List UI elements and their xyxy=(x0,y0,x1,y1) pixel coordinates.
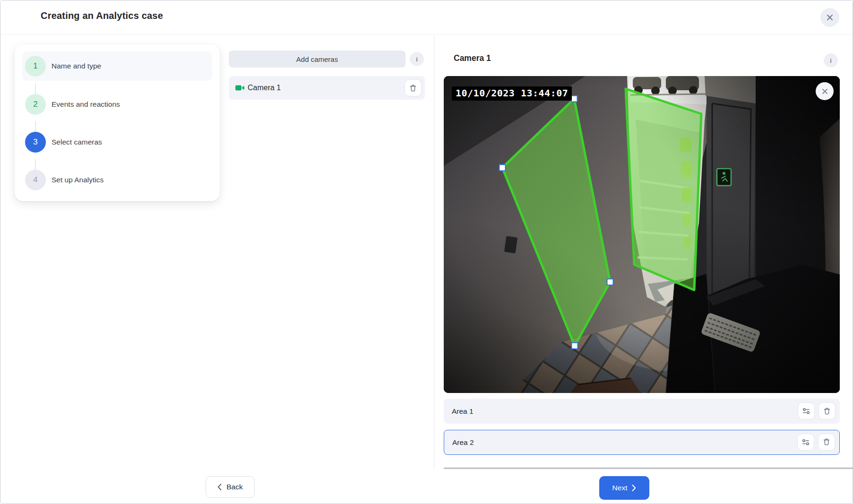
area-name: Area 1 xyxy=(452,399,474,424)
add-cameras-button[interactable]: Add cameras xyxy=(229,51,405,68)
stepper-item-name-and-type[interactable]: 1 Name and type xyxy=(15,51,220,81)
step-3-label: Select cameras xyxy=(52,128,102,157)
back-button-label: Back xyxy=(226,483,242,491)
back-button[interactable]: Back xyxy=(206,476,255,498)
step-2-label: Events and reactions xyxy=(52,90,120,119)
wizard-stepper: 1 Name and type 2 Events and reactions 3… xyxy=(15,44,220,201)
area-2-vertex-handle[interactable] xyxy=(572,343,578,349)
camera-list-item[interactable]: Camera 1 xyxy=(229,76,425,100)
area-list-item-1[interactable]: Area 1 xyxy=(444,399,840,424)
next-button-label: Next xyxy=(612,484,628,492)
step-1-label: Name and type xyxy=(52,51,101,81)
stepper-item-select-cameras[interactable]: 3 Select cameras xyxy=(15,128,220,157)
panel-divider xyxy=(434,34,434,470)
step-4-label: Set up Analytics xyxy=(52,165,103,195)
area-2-delete-button[interactable] xyxy=(818,434,835,451)
step-3-indicator: 3 xyxy=(25,132,46,153)
close-icon xyxy=(821,88,828,95)
sliders-icon xyxy=(802,407,810,415)
video-timestamp: 10/10/2023 13:44:07 xyxy=(452,86,572,101)
camera-preview-canvas[interactable]: 10/10/2023 13:44:07 xyxy=(444,76,840,393)
sliders-icon xyxy=(801,438,810,446)
area-1-settings-button[interactable] xyxy=(798,402,815,419)
info-icon: i xyxy=(416,56,418,63)
step-2-indicator: 2 xyxy=(25,94,46,115)
close-icon xyxy=(826,14,834,21)
camera-delete-button[interactable] xyxy=(405,79,422,96)
area-2-vertex-handle[interactable] xyxy=(607,279,613,285)
camera-name: Camera 1 xyxy=(248,76,281,100)
preview-info-button[interactable]: i xyxy=(824,53,838,68)
area-2-settings-button[interactable] xyxy=(797,434,814,451)
trash-icon xyxy=(409,84,417,92)
trash-icon xyxy=(823,438,830,446)
video-close-button[interactable] xyxy=(816,82,834,100)
chevron-right-icon xyxy=(632,485,636,491)
area-2-vertex-handle[interactable] xyxy=(500,165,506,171)
area-2-vertex-handle[interactable] xyxy=(571,96,577,102)
info-icon: i xyxy=(830,57,832,64)
trash-icon xyxy=(823,407,831,415)
camera-icon xyxy=(235,85,245,91)
step-highlight xyxy=(22,51,212,81)
stepper-item-events-and-reactions[interactable]: 2 Events and reactions xyxy=(15,90,220,119)
stepper-item-set-up-analytics[interactable]: 4 Set up Analytics xyxy=(15,165,220,195)
analytics-case-dialog: Creating an Analytics case 1 Name and ty… xyxy=(0,0,853,504)
dialog-title: Creating an Analytics case xyxy=(41,10,163,21)
chevron-left-icon xyxy=(217,484,222,490)
next-button[interactable]: Next xyxy=(599,476,649,500)
area-list-item-2-selected[interactable]: Area 2 xyxy=(444,430,840,455)
camera-list-info-button[interactable]: i xyxy=(410,52,424,66)
panel-scroll-shadow xyxy=(444,468,853,470)
dialog-close-button[interactable] xyxy=(820,8,839,27)
camera-video-frame xyxy=(444,76,840,393)
area-name: Area 2 xyxy=(452,430,474,454)
area-1-overlay-polygon[interactable] xyxy=(626,89,701,290)
step-4-indicator: 4 xyxy=(25,170,46,190)
dialog-header: Creating an Analytics case xyxy=(0,0,853,35)
preview-camera-title: Camera 1 xyxy=(454,53,491,63)
area-1-delete-button[interactable] xyxy=(819,402,836,419)
step-1-indicator: 1 xyxy=(25,56,46,77)
